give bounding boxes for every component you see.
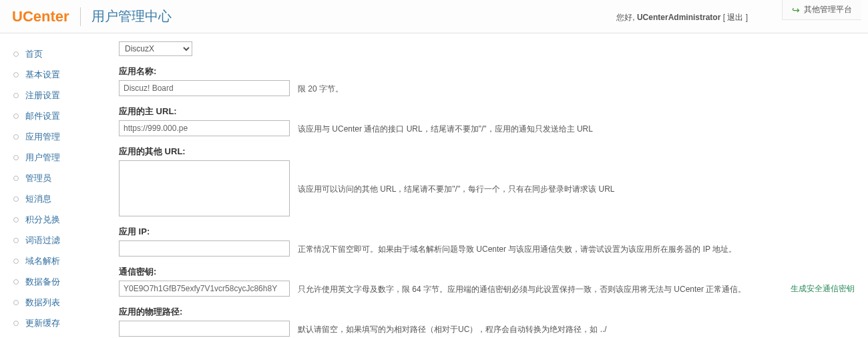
sidebar-item: 管理员 (13, 172, 107, 184)
sidebar-link-cache[interactable]: 更新缓存 (25, 317, 60, 329)
logo-center: Center (23, 8, 69, 25)
sidebar-link-admins[interactable]: 管理员 (25, 172, 51, 184)
layout: 首页 基本设置 注册设置 邮件设置 应用管理 用户管理 管理员 短消息 积分兑换… (0, 33, 868, 338)
textarea-otherurl[interactable] (119, 160, 290, 216)
sidebar-item: 积分兑换 (13, 214, 107, 226)
other-platform-box[interactable]: ↪ 其他管理平台 (782, 0, 861, 20)
row-ip: 应用 IP: 正常情况下留空即可。如果由于域名解析问题导致 UCenter 与该… (119, 226, 855, 257)
sidebar-item: 邮件设置 (13, 110, 107, 122)
label-appname: 应用名称: (119, 65, 855, 77)
hint-otherurl: 该应用可以访问的其他 URL，结尾请不要加"/"，每行一个，只有在同步登录时请求… (298, 160, 855, 196)
row-appname: 应用名称: 限 20 字节。 (119, 65, 855, 96)
sidebar-link-home[interactable]: 首页 (25, 48, 43, 60)
other-platform-link[interactable]: 其他管理平台 (804, 4, 852, 15)
logo: UCenter (12, 8, 69, 25)
header-divider (80, 7, 81, 26)
app-type-select[interactable]: DiscuzX (119, 41, 192, 56)
sidebar-list: 首页 基本设置 注册设置 邮件设置 应用管理 用户管理 管理员 短消息 积分兑换… (13, 48, 107, 338)
main-content: DiscuzX 应用名称: 限 20 字节。 应用的主 URL: 该应用与 UC… (107, 33, 868, 338)
username-text: UCenterAdministrator (637, 13, 720, 22)
sidebar: 首页 基本设置 注册设置 邮件设置 应用管理 用户管理 管理员 短消息 积分兑换… (0, 33, 107, 338)
sidebar-item: 域名解析 (13, 255, 107, 267)
sidebar-item: 词语过滤 (13, 234, 107, 246)
input-key[interactable] (119, 281, 290, 297)
sidebar-item: 注册设置 (13, 90, 107, 102)
share-arrow-icon: ↪ (792, 5, 800, 15)
sidebar-item: 首页 (13, 48, 107, 60)
sidebar-item: 更新缓存 (13, 317, 107, 329)
logo-u: U (12, 8, 23, 25)
row-otherurl: 应用的其他 URL: 该应用可以访问的其他 URL，结尾请不要加"/"，每行一个… (119, 146, 855, 216)
hint-mainurl: 该应用与 UCenter 通信的接口 URL，结尾请不要加"/"，应用的通知只发… (298, 120, 855, 136)
sidebar-item: 基本设置 (13, 69, 107, 81)
label-otherurl: 应用的其他 URL: (119, 146, 855, 158)
header: UCenter 用户管理中心 您好, UCenterAdministrator … (0, 0, 868, 33)
label-mainurl: 应用的主 URL: (119, 106, 855, 118)
sidebar-link-backup[interactable]: 数据备份 (25, 276, 60, 288)
row-key: 通信密钥: 只允许使用英文字母及数字，限 64 字节。应用端的通信密钥必须与此设… (119, 266, 855, 297)
sidebar-item: 短消息 (13, 193, 107, 205)
sidebar-link-filter[interactable]: 词语过滤 (25, 234, 60, 246)
header-userinfo: 您好, UCenterAdministrator [ 退出 ] (616, 12, 748, 23)
label-path: 应用的物理路径: (119, 306, 855, 318)
bracket-l: [ (720, 13, 727, 22)
generate-key-link[interactable]: 生成安全通信密钥 (791, 281, 855, 295)
sidebar-link-mail[interactable]: 邮件设置 (25, 110, 60, 122)
greeting-text: 您好, (616, 13, 637, 22)
sidebar-link-domain[interactable]: 域名解析 (25, 255, 60, 267)
row-type: DiscuzX (119, 41, 855, 56)
label-key: 通信密钥: (119, 266, 855, 278)
hint-key: 只允许使用英文字母及数字，限 64 字节。应用端的通信密钥必须与此设置保持一致，… (298, 281, 783, 296)
sidebar-link-credits[interactable]: 积分兑换 (25, 214, 60, 226)
sidebar-link-basic[interactable]: 基本设置 (25, 69, 60, 81)
logout-link[interactable]: 退出 (727, 13, 743, 22)
sidebar-link-apps[interactable]: 应用管理 (25, 131, 60, 143)
hint-appname: 限 20 字节。 (298, 80, 855, 96)
label-ip: 应用 IP: (119, 226, 855, 238)
sidebar-item: 用户管理 (13, 152, 107, 164)
sidebar-link-datalist[interactable]: 数据列表 (25, 297, 60, 309)
sidebar-link-pm[interactable]: 短消息 (25, 193, 51, 205)
bracket-r: ] (743, 13, 748, 22)
header-subtitle: 用户管理中心 (91, 7, 172, 25)
input-path[interactable] (119, 321, 290, 337)
sidebar-link-register[interactable]: 注册设置 (25, 90, 60, 102)
sidebar-link-users[interactable]: 用户管理 (25, 152, 60, 164)
row-mainurl: 应用的主 URL: 该应用与 UCenter 通信的接口 URL，结尾请不要加"… (119, 106, 855, 136)
sidebar-item: 应用管理 (13, 131, 107, 143)
row-path: 应用的物理路径: 默认请留空，如果填写的为相对路径（相对于UC），程序会自动转换… (119, 306, 855, 337)
input-mainurl[interactable] (119, 120, 290, 136)
input-appname[interactable] (119, 80, 290, 96)
input-ip[interactable] (119, 240, 290, 257)
hint-ip: 正常情况下留空即可。如果由于域名解析问题导致 UCenter 与该应用通信失败，… (298, 240, 855, 256)
sidebar-item: 数据备份 (13, 276, 107, 288)
hint-path: 默认请留空，如果填写的为相对路径（相对于UC），程序会自动转换为绝对路径，如 .… (298, 321, 855, 336)
sidebar-item: 数据列表 (13, 297, 107, 309)
